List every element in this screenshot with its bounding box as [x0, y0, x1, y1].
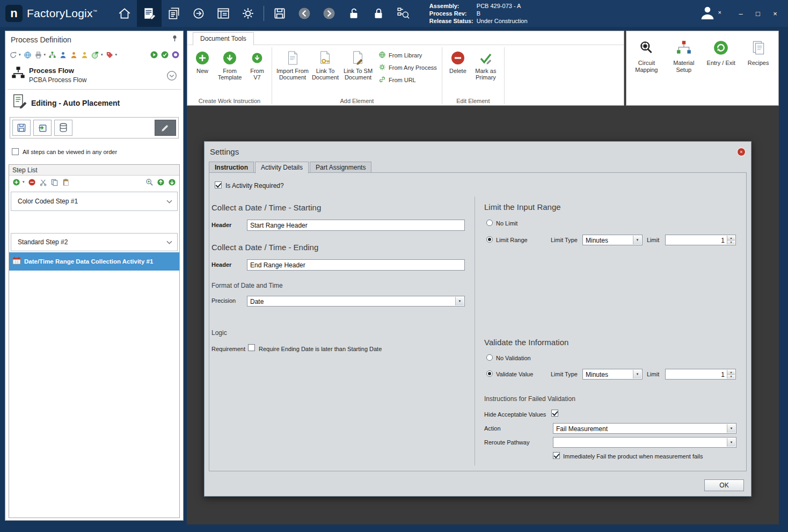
logout-user-icon[interactable]: ×	[699, 4, 717, 23]
from-url-button[interactable]: From URL	[378, 76, 437, 84]
step-item[interactable]: Color Coded Step #1	[11, 192, 178, 211]
zoom-step-icon[interactable]	[145, 178, 154, 187]
maximize-button[interactable]: □	[750, 6, 765, 20]
print-icon[interactable]	[34, 50, 43, 60]
audit-search-icon[interactable]	[391, 0, 415, 27]
record-icon[interactable]	[171, 50, 180, 60]
caret-down-icon[interactable]: ▾	[19, 53, 21, 57]
circuit-mapping-button[interactable]: Circuit Mapping	[629, 40, 663, 74]
delete-button[interactable]: Delete	[446, 47, 470, 74]
minimize-button[interactable]: –	[733, 6, 748, 20]
tab-activity-details[interactable]: Activity Details	[255, 162, 309, 173]
from-v7-button[interactable]: From V7	[245, 47, 269, 81]
spin-down-icon[interactable]: ▼	[727, 241, 735, 245]
validate-limit-spinner[interactable]: 1 ▲▼	[665, 369, 736, 380]
process-definition-icon[interactable]	[137, 0, 162, 27]
mark-as-primary-button[interactable]: Mark as Primary	[470, 47, 501, 81]
start-header-input[interactable]	[247, 220, 465, 231]
validate-limit-type-select[interactable]: Minutes ▼	[582, 369, 643, 380]
caret-down-icon[interactable]: ▾	[101, 53, 103, 57]
limit-heading: Limit the Input Range	[484, 202, 561, 212]
from-template-button[interactable]: From Template	[214, 47, 245, 81]
publish-globe-icon[interactable]	[91, 50, 100, 60]
reports-icon[interactable]	[211, 0, 236, 27]
immediately-fail-checkbox[interactable]	[553, 452, 560, 459]
tab-part-assignments[interactable]: Part Assignments	[310, 162, 371, 173]
is-activity-required-checkbox[interactable]	[215, 181, 222, 188]
remove-step-icon[interactable]	[27, 178, 37, 187]
action-select[interactable]: Fail Measurement ▼	[553, 423, 736, 434]
selected-activity-row[interactable]: Date/Time Range Data Collection Activity…	[9, 252, 179, 271]
caret-down-icon[interactable]: ▾	[115, 53, 118, 57]
assembly-label: Assembly:	[429, 2, 477, 10]
forward-icon[interactable]	[317, 0, 341, 27]
dispatch-icon[interactable]	[186, 0, 211, 27]
order-checkbox[interactable]	[12, 148, 19, 155]
user-blue-icon[interactable]	[59, 50, 68, 60]
material-setup-button[interactable]: Material Setup	[667, 40, 701, 74]
tag-icon[interactable]	[105, 50, 114, 60]
copy-icon[interactable]	[50, 178, 59, 187]
move-up-icon[interactable]	[156, 178, 165, 187]
export-step-button[interactable]	[54, 120, 72, 136]
no-validation-radio[interactable]	[486, 354, 493, 361]
recipes-button[interactable]: Recipes	[741, 40, 776, 67]
entry-exit-button[interactable]: Entry / Exit	[704, 40, 738, 67]
refresh-icon[interactable]	[9, 50, 18, 60]
save-icon[interactable]	[267, 0, 292, 27]
dialog-close-icon[interactable]: ×	[737, 148, 746, 156]
caret-down-icon[interactable]: ▾	[44, 53, 46, 57]
start-icon[interactable]	[149, 50, 158, 60]
from-any-process-button[interactable]: From Any Process	[378, 63, 437, 72]
ok-button[interactable]: OK	[704, 479, 744, 491]
link-to-document-button[interactable]: Link To Document	[310, 47, 341, 81]
edit-content-button[interactable]	[155, 120, 176, 136]
chevron-down-icon[interactable]	[166, 196, 173, 206]
hide-acceptable-checkbox[interactable]	[551, 410, 558, 417]
save-step-button[interactable]	[12, 120, 31, 136]
documents-icon[interactable]	[162, 0, 186, 27]
limit-range-radio[interactable]	[486, 236, 493, 243]
lock-icon[interactable]	[366, 0, 391, 27]
paste-icon[interactable]	[61, 178, 70, 187]
pin-icon[interactable]	[171, 34, 179, 45]
no-limit-radio[interactable]	[486, 220, 493, 226]
requirement-checkbox[interactable]	[248, 344, 255, 351]
validate-value-radio[interactable]	[486, 370, 493, 377]
import-step-button[interactable]	[33, 120, 52, 136]
limit-spinner[interactable]: 1 ▲▼	[665, 235, 736, 245]
spin-up-icon[interactable]: ▲	[727, 370, 735, 375]
spin-up-icon[interactable]: ▲	[727, 236, 735, 241]
failed-validation-heading: Instructions for Failed Validation	[484, 395, 575, 403]
cut-icon[interactable]	[39, 178, 48, 187]
tab-document-tools[interactable]: Document Tools	[193, 32, 254, 45]
complete-icon[interactable]	[160, 50, 169, 60]
flow-tree-icon[interactable]	[48, 50, 57, 60]
import-from-document-button[interactable]: Import From Document	[275, 47, 310, 81]
caret-down-icon[interactable]: ▾	[23, 180, 25, 184]
reroute-pathway-select[interactable]: ▼	[553, 437, 736, 448]
chevron-down-icon[interactable]	[166, 237, 173, 247]
end-header-input[interactable]	[247, 259, 465, 271]
user-badge-icon[interactable]	[80, 50, 89, 60]
tab-instruction[interactable]: Instruction	[209, 162, 254, 173]
process-flow-subtitle[interactable]: PCBA Process Flow	[29, 76, 86, 84]
from-library-button[interactable]: From Library	[378, 51, 437, 60]
link-to-sm-document-button[interactable]: Link To SM Document	[341, 47, 375, 81]
web-globe-icon[interactable]	[23, 50, 32, 60]
back-icon[interactable]	[292, 0, 317, 27]
release-status-value: Under Construction	[477, 17, 528, 25]
add-step-icon[interactable]	[12, 178, 21, 187]
settings-gear-icon[interactable]	[236, 0, 260, 27]
user-key-icon[interactable]	[69, 50, 78, 60]
move-down-icon[interactable]	[167, 178, 177, 187]
precision-select[interactable]: Date ▼	[247, 296, 465, 307]
unlock-icon[interactable]	[341, 0, 366, 27]
new-button[interactable]: New	[191, 47, 214, 74]
home-icon[interactable]	[112, 0, 137, 27]
limit-type-select[interactable]: Minutes ▼	[582, 235, 643, 245]
step-item[interactable]: Standard Step #2	[11, 233, 178, 251]
expand-circle-icon[interactable]	[166, 70, 178, 84]
spin-down-icon[interactable]: ▼	[727, 375, 735, 379]
close-button[interactable]: ×	[768, 6, 783, 20]
